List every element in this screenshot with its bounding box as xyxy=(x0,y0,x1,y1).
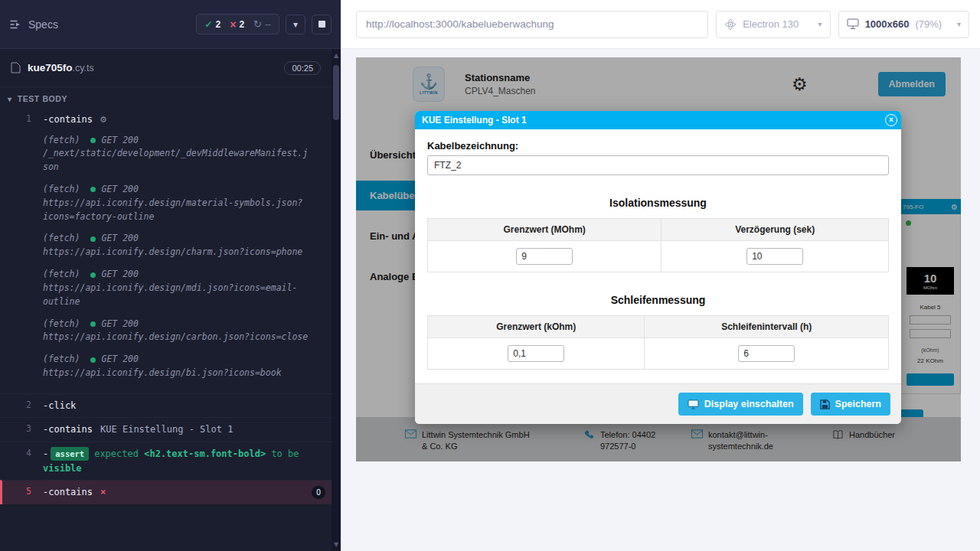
loop-interval-input[interactable] xyxy=(738,345,795,362)
browser-label: Electron 130 xyxy=(743,18,799,30)
test-body-section[interactable]: ▾ TEST BODY xyxy=(0,87,332,108)
spec-file-row[interactable]: kue705fo .cy.ts 00:25 xyxy=(0,49,332,87)
command-row[interactable]: 2 -click xyxy=(0,393,332,418)
scroll-down-icon[interactable]: ▼ xyxy=(334,538,338,551)
fetch-log: (fetch)GET 200 https://api.iconify.desig… xyxy=(43,318,310,345)
insulation-delay-input[interactable] xyxy=(746,248,803,265)
test-stats[interactable]: ✓2 ×2 ↻-- xyxy=(196,14,279,34)
aut-stage: ⚓ LITTWIN Stationsname CPLV4_Maschen ⚙ A… xyxy=(341,49,980,551)
command-row-assert[interactable]: 4 -assertexpected <h2.text-sm.font-bold>… xyxy=(0,442,332,480)
runner-header: Specs ✓2 ×2 ↻-- ▾ xyxy=(0,0,341,49)
spec-name: kue705fo xyxy=(28,62,73,73)
chevron-down-icon: ▾ xyxy=(293,19,298,30)
gear-icon: ⚙ xyxy=(100,115,107,125)
electron-icon xyxy=(724,18,737,31)
caret-down-icon: ▾ xyxy=(8,95,12,103)
url-input[interactable] xyxy=(356,11,708,38)
viewport-zoom: (79%) xyxy=(915,18,942,30)
specs-menu[interactable]: Specs xyxy=(9,18,58,31)
fail-x-icon: × xyxy=(100,487,106,497)
fetch-log: (fetch)GET 200 https://api.iconify.desig… xyxy=(43,183,310,223)
cross-icon: × xyxy=(230,19,236,30)
column-header: Schleifenintervall (h) xyxy=(645,316,889,338)
status-dot-icon xyxy=(90,357,96,363)
test-body-label: TEST BODY xyxy=(18,94,68,103)
close-icon[interactable]: × xyxy=(885,114,897,126)
command-log: kue705fo .cy.ts 00:25 ▾ TEST BODY 1 -con… xyxy=(0,49,332,551)
file-icon xyxy=(11,62,21,73)
command-row[interactable]: 3 -containsKUE Einstellung - Slot 1 xyxy=(0,417,332,442)
app-frame: ⚓ LITTWIN Stationsname CPLV4_Maschen ⚙ A… xyxy=(356,57,961,461)
status-dot-icon xyxy=(90,236,96,242)
command-method: -contains xyxy=(43,487,93,497)
stat-passed: ✓2 xyxy=(204,19,220,30)
scroll-up-icon[interactable]: ▲ xyxy=(334,49,338,62)
status-dot-icon xyxy=(90,272,96,278)
loop-limit-input[interactable] xyxy=(508,345,564,362)
command-method: -contains xyxy=(43,424,93,435)
status-dot-icon xyxy=(90,321,96,327)
cypress-runner-panel: Specs ✓2 ×2 ↻-- ▾ kue705fo .cy.ts 00:25 … xyxy=(0,0,341,551)
refresh-icon: ↻ xyxy=(253,18,262,30)
modal-header: KUE Einstellung - Slot 1 × xyxy=(415,111,901,129)
fetch-log-list: (fetch)GET 200 /_next/static/development… xyxy=(43,134,310,380)
insulation-limit-input[interactable] xyxy=(516,248,573,265)
column-header: Grenzwert (kOhm) xyxy=(428,316,645,338)
check-icon: ✓ xyxy=(204,19,212,30)
command-row-failed[interactable]: 5 -contains× 0 xyxy=(0,480,332,504)
column-header: Grenzwert (MOhm) xyxy=(428,219,662,241)
specs-label: Specs xyxy=(28,18,58,31)
loop-section-title: Schleifenmessung xyxy=(427,294,889,306)
fetch-log: (fetch)GET 200 /_next/static/development… xyxy=(43,134,310,174)
command-number: 2 xyxy=(0,399,43,410)
specs-list-icon xyxy=(9,18,21,31)
command-number: 3 xyxy=(0,422,43,434)
collapse-button[interactable]: ▾ xyxy=(286,15,305,34)
command-arg: KUE Einstellung - Slot 1 xyxy=(100,424,233,435)
fetch-log: (fetch)GET 200 https://api.iconify.desig… xyxy=(43,268,310,308)
runner-scrollbar[interactable]: ▲ ▼ xyxy=(332,49,341,551)
loop-table: Grenzwert (kOhm) Schleifenintervall (h) xyxy=(427,315,889,370)
browser-select[interactable]: Electron 130 ▾ xyxy=(716,11,830,38)
status-dot-icon xyxy=(90,138,96,143)
command-number: 5 xyxy=(2,485,43,497)
insulation-section-title: Isolationsmessung xyxy=(427,197,889,209)
stat-pending: ↻-- xyxy=(253,18,271,30)
assert-badge: assert xyxy=(51,447,89,461)
modal-footer: Display einschalten Speichern xyxy=(415,383,901,424)
command-method: -contains xyxy=(43,114,93,125)
viewport-select[interactable]: 1000x660 (79%) ▾ xyxy=(838,11,969,38)
save-button[interactable]: Speichern xyxy=(811,393,890,416)
command-number: 4 xyxy=(0,447,43,458)
display-icon xyxy=(688,399,699,409)
stop-button[interactable] xyxy=(312,15,332,34)
scrollbar-thumb[interactable] xyxy=(333,65,339,120)
match-count-badge: 0 xyxy=(312,486,325,499)
column-header: Verzögerung (sek) xyxy=(662,219,889,241)
spec-timer: 00:25 xyxy=(284,61,321,75)
stop-icon xyxy=(318,21,325,28)
command-method: -click xyxy=(43,400,76,411)
modal-title: KUE Einstellung - Slot 1 xyxy=(422,115,527,126)
command-number: 1 xyxy=(0,112,43,124)
stat-failed: ×2 xyxy=(230,19,244,30)
chevron-down-icon: ▾ xyxy=(818,20,822,28)
viewport-dims: 1000x660 xyxy=(865,18,910,30)
cable-name-label: Kabelbezeichnung: xyxy=(427,140,889,152)
insulation-table: Grenzwert (MOhm) Verzögerung (sek) xyxy=(427,218,889,272)
command-row[interactable]: 1 -contains⚙ (fetch)GET 200 /_next/stati… xyxy=(0,108,332,393)
aut-url-bar: Electron 130 ▾ 1000x660 (79%) ▾ xyxy=(341,0,980,49)
save-icon xyxy=(820,399,830,409)
cable-name-input[interactable] xyxy=(427,155,889,175)
chevron-down-icon: ▾ xyxy=(957,20,961,28)
status-dot-icon xyxy=(90,187,96,192)
display-on-button[interactable]: Display einschalten xyxy=(678,393,803,416)
fetch-log: (fetch)GET 200 https://api.iconify.desig… xyxy=(43,232,310,259)
viewport-icon xyxy=(847,18,859,30)
fetch-log: (fetch)GET 200 https://api.iconify.desig… xyxy=(43,353,310,380)
kue-settings-modal: KUE Einstellung - Slot 1 × Kabelbezeichn… xyxy=(415,111,901,424)
spec-ext: .cy.ts xyxy=(73,63,94,73)
